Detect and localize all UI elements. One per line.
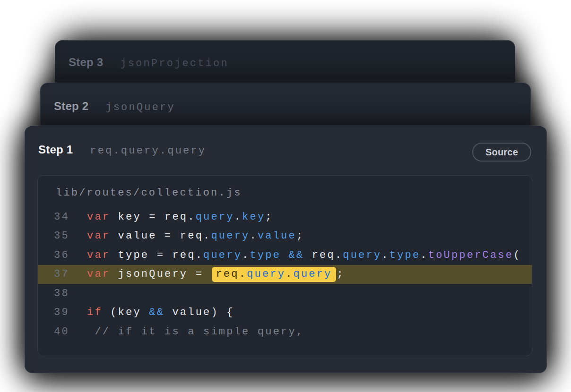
code-token-pl: value) { [164, 307, 234, 318]
line-content: var value = req.query.value; [87, 230, 304, 242]
step-2-header: Step 2 jsonQuery [41, 83, 530, 114]
step-1-header: Step 1 req.query.query Source [25, 126, 546, 157]
code-token-prop: query [203, 249, 242, 261]
code-token-kw: if [87, 307, 103, 318]
code-token-pl: key = req. [110, 211, 195, 223]
line-content: // if it is a simple query, [87, 326, 304, 338]
code-block: lib/routes/collection.js 34var key = req… [37, 175, 532, 356]
code-token-pl: . [234, 211, 242, 223]
code-line-39: 39if (key && value) { [38, 303, 532, 323]
code-token-dark: . [286, 268, 293, 280]
code-token-pl: . [250, 230, 257, 242]
code-token-prop: && [288, 249, 304, 261]
code-filename: lib/routes/collection.js [56, 187, 532, 199]
step-1-title: Step 1 [38, 142, 73, 157]
code-token-kw: var [87, 211, 110, 223]
line-number: 38 [54, 288, 71, 299]
code-token-pl: ( [513, 249, 521, 261]
code-token-pl: jsonQuery = [110, 268, 211, 280]
code-token-pl: . [242, 249, 250, 261]
step-2-subtitle: jsonQuery [105, 102, 175, 113]
step-card-1: Step 1 req.query.query Source lib/routes… [25, 126, 547, 373]
selection-highlight-box[interactable]: req.query.query [212, 267, 336, 282]
code-token-dark: req [216, 268, 239, 280]
code-token-dark: . [239, 268, 247, 280]
step-3-title: Step 3 [69, 55, 103, 70]
code-token-fn: toUpperCase [428, 249, 513, 261]
code-token-blue: query [247, 268, 286, 280]
code-token-pl: ; [265, 211, 273, 223]
code-token-blue: query [294, 268, 332, 280]
code-lines: 34var key = req.query.key;35var value = … [38, 207, 532, 341]
code-token-kw: var [87, 249, 110, 261]
code-line-34: 34var key = req.query.key; [38, 207, 532, 227]
line-number: 37 [54, 268, 71, 280]
step-3-header: Step 3 jsonProjection [55, 41, 515, 70]
line-number: 35 [54, 230, 71, 242]
line-content: var key = req.query.key; [87, 211, 273, 223]
code-token-prop: query [196, 211, 234, 223]
code-token-pl: (key [103, 307, 149, 318]
step-2-title: Step 2 [54, 99, 88, 114]
code-token-pl: value = req. [110, 230, 211, 242]
line-content: if (key && value) { [87, 307, 234, 318]
line-content: var type = req.query.type && req.query.t… [87, 249, 521, 261]
line-number: 36 [54, 249, 71, 261]
code-token-kw: var [87, 230, 110, 242]
code-token-cm: // if it is a simple query, [87, 326, 304, 338]
step-1-subtitle: req.query.query [90, 145, 206, 157]
code-line-36: 36var type = req.query.type && req.query… [38, 246, 532, 265]
code-line-35: 35var value = req.query.value; [38, 227, 532, 246]
code-token-kw: var [87, 268, 110, 280]
code-token-prop: type [389, 249, 421, 261]
code-token-prop: value [258, 230, 296, 242]
code-token-pl: ; [337, 268, 345, 280]
code-line-37: 37var jsonQuery = req.query.query; [38, 265, 532, 284]
line-content: var jsonQuery = req.query.query; [87, 268, 345, 280]
line-number: 34 [54, 211, 71, 223]
code-token-prop: query [343, 249, 381, 261]
code-token-pl: . [420, 249, 428, 261]
step-3-subtitle: jsonProjection [120, 58, 229, 69]
code-token-prop: && [149, 307, 164, 318]
line-number: 40 [54, 326, 71, 338]
code-token-prop: key [242, 211, 265, 223]
code-token-pl: req. [304, 249, 343, 261]
code-token-pl: ; [296, 230, 304, 242]
line-number: 39 [54, 307, 71, 318]
source-button[interactable]: Source [472, 143, 531, 162]
code-token-prop: query [211, 230, 250, 242]
code-token-pl: . [381, 249, 389, 261]
code-line-40: 40 // if it is a simple query, [38, 322, 532, 341]
code-token-prop: type [250, 249, 281, 261]
code-line-38: 38 [38, 284, 532, 303]
code-token-pl [281, 249, 288, 261]
code-token-pl: type = req. [110, 249, 203, 261]
